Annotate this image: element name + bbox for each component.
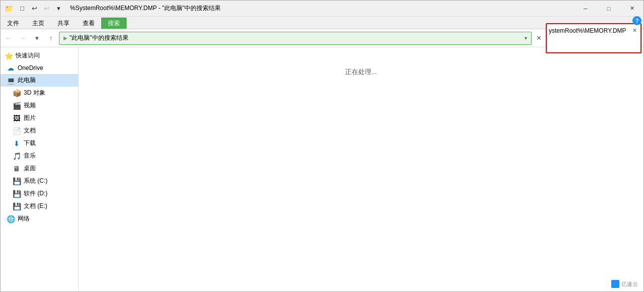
- search-box-inner: ystemRoot%\MEMORY.DMP ✕: [549, 25, 638, 36]
- sidebar-label-onedrive: OneDrive: [18, 64, 43, 71]
- sidebar-label-documents: 文档: [24, 126, 36, 135]
- tab-home[interactable]: 主页: [26, 18, 51, 29]
- forward-button[interactable]: →: [17, 32, 29, 44]
- path-text: "此电脑"中的搜索结果: [70, 34, 128, 42]
- sidebar-label-drive-c: 系统 (C:): [24, 177, 47, 185]
- titlebar-left: 📁 □ ↩ ↩ ▾ %SystemRoot%\MEMORY.DMP - "此电脑…: [5, 3, 221, 14]
- qat-newfile-button[interactable]: □: [17, 3, 28, 14]
- back-button[interactable]: ←: [3, 32, 15, 44]
- sidebar-item-network[interactable]: 🌐 网络: [1, 212, 78, 225]
- drive-d-icon: 💾: [13, 190, 21, 198]
- tab-file[interactable]: 文件: [1, 18, 26, 29]
- sidebar-label-quick-access: 快速访问: [16, 51, 40, 60]
- sidebar-item-desktop[interactable]: 🖥 桌面: [1, 162, 78, 175]
- titlebar: 📁 □ ↩ ↩ ▾ %SystemRoot%\MEMORY.DMP - "此电脑…: [1, 1, 643, 17]
- music-icon: 🎵: [13, 152, 21, 160]
- drive-e-icon: 💾: [13, 202, 21, 210]
- watermark-icon: [611, 280, 619, 288]
- desktop-icon: 🖥: [13, 165, 21, 173]
- sidebar-label-drive-e: 文档 (E:): [24, 202, 47, 210]
- address-clear-button[interactable]: ✕: [534, 33, 544, 43]
- tab-view[interactable]: 查看: [76, 18, 101, 29]
- maximize-button[interactable]: □: [597, 1, 620, 17]
- sidebar-label-3d-objects: 3D 对象: [24, 89, 45, 97]
- sidebar-label-videos: 视频: [24, 101, 36, 110]
- recent-locations-button[interactable]: ▾: [31, 32, 43, 44]
- drive-c-icon: 💾: [13, 177, 21, 185]
- watermark: 亿速云: [611, 280, 638, 288]
- sidebar-item-drive-c[interactable]: 💾 系统 (C:): [1, 175, 78, 187]
- sidebar-item-3d-objects[interactable]: 📦 3D 对象: [1, 87, 78, 99]
- addressbar-row: ← → ▾ ↑ ▶ "此电脑"中的搜索结果 ▾ ✕ ? ystemRoot%\M…: [1, 29, 643, 47]
- sidebar: ⭐ 快速访问 ☁ OneDrive 💻 此电脑 📦 3D 对象 🎬 视频 🖼: [1, 47, 79, 291]
- sidebar-label-drive-d: 软件 (D:): [24, 189, 47, 198]
- tab-share[interactable]: 共享: [51, 18, 76, 29]
- downloads-icon: ⬇: [13, 139, 21, 148]
- pictures-icon: 🖼: [13, 114, 21, 122]
- tab-search[interactable]: 搜索: [101, 18, 126, 29]
- search-box-area: ? ystemRoot%\MEMORY.DMP ✕: [546, 23, 641, 53]
- qat-undo-button[interactable]: ↩: [29, 3, 40, 14]
- sidebar-item-downloads[interactable]: ⬇ 下载: [1, 137, 78, 150]
- qat-dropdown-button[interactable]: ▾: [53, 3, 64, 14]
- search-clear-button[interactable]: ✕: [630, 27, 638, 35]
- 3d-objects-icon: 📦: [13, 89, 21, 97]
- close-button[interactable]: ✕: [620, 1, 643, 17]
- quick-access-icon: ⭐: [5, 52, 13, 60]
- sidebar-label-pictures: 图片: [24, 114, 36, 122]
- main-area: ⭐ 快速访问 ☁ OneDrive 💻 此电脑 📦 3D 对象 🎬 视频 🖼: [1, 47, 643, 291]
- address-path: ▶ "此电脑"中的搜索结果: [63, 34, 128, 42]
- address-dropdown-button[interactable]: ▾: [525, 35, 527, 41]
- window-title: %SystemRoot%\MEMORY.DMP - "此电脑"中的搜索结果: [70, 4, 221, 13]
- up-button[interactable]: ↑: [45, 32, 57, 44]
- sidebar-label-downloads: 下载: [24, 139, 36, 148]
- sidebar-label-music: 音乐: [24, 152, 36, 160]
- sidebar-label-desktop: 桌面: [24, 164, 36, 173]
- sidebar-label-network: 网络: [18, 214, 30, 223]
- videos-icon: 🎬: [13, 102, 21, 110]
- window-icon: 📁: [5, 5, 13, 13]
- network-icon: 🌐: [7, 215, 15, 223]
- explorer-window: 📁 □ ↩ ↩ ▾ %SystemRoot%\MEMORY.DMP - "此电脑…: [0, 0, 644, 292]
- quick-access-toolbar: □ ↩ ↩ ▾: [17, 3, 64, 14]
- sidebar-item-music[interactable]: 🎵 音乐: [1, 150, 78, 162]
- this-pc-icon: 💻: [7, 77, 15, 85]
- onedrive-icon: ☁: [7, 64, 15, 72]
- qat-redo-button[interactable]: ↩: [41, 3, 52, 14]
- sidebar-item-quick-access[interactable]: ⭐ 快速访问: [1, 49, 78, 62]
- address-bar[interactable]: ▶ "此电脑"中的搜索结果 ▾: [59, 32, 532, 45]
- search-input[interactable]: ystemRoot%\MEMORY.DMP: [549, 27, 630, 34]
- sidebar-label-this-pc: 此电脑: [18, 76, 36, 85]
- sidebar-item-pictures[interactable]: 🖼 图片: [1, 112, 78, 124]
- help-button[interactable]: ?: [632, 16, 641, 25]
- path-icon: ▶: [63, 35, 68, 41]
- documents-icon: 📄: [13, 127, 21, 135]
- sidebar-item-drive-d[interactable]: 💾 软件 (D:): [1, 187, 78, 200]
- sidebar-item-videos[interactable]: 🎬 视频: [1, 99, 78, 112]
- sidebar-item-onedrive[interactable]: ☁ OneDrive: [1, 62, 78, 74]
- processing-text: 正在处理...: [345, 67, 377, 77]
- watermark-text: 亿速云: [621, 280, 638, 288]
- sidebar-item-this-pc[interactable]: 💻 此电脑: [1, 74, 78, 87]
- content-area: 正在处理...: [79, 47, 643, 291]
- sidebar-item-documents[interactable]: 📄 文档: [1, 124, 78, 137]
- sidebar-item-drive-e[interactable]: 💾 文档 (E:): [1, 200, 78, 212]
- minimize-button[interactable]: ─: [574, 1, 597, 17]
- titlebar-controls: ─ □ ✕: [574, 1, 643, 17]
